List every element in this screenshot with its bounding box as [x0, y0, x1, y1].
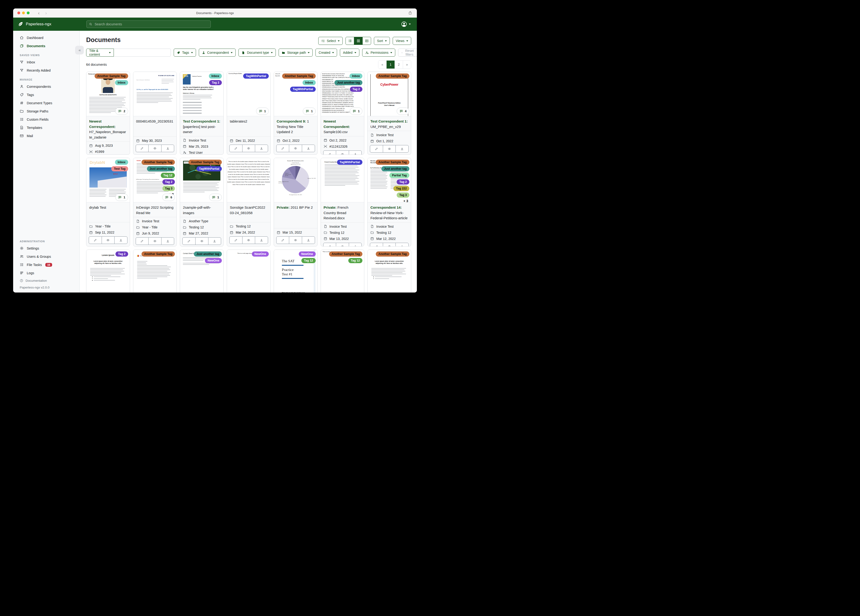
notes-badge[interactable]: 1 — [303, 107, 315, 115]
document-title[interactable]: Test Correspondent 1: UM_PPBE_en_v29 — [367, 116, 411, 131]
tag-pill[interactable]: Another Sample Tag — [141, 160, 175, 165]
document-card[interactable]: Test Name Another Sample Tag — [133, 250, 177, 292]
search-input[interactable] — [94, 22, 208, 26]
document-card[interactable]: Lorem ipsum Lorem ipsum dolor sit amet, … — [367, 250, 411, 292]
download-button[interactable] — [161, 145, 174, 152]
edit-button[interactable] — [323, 243, 336, 247]
title-content-input[interactable] — [114, 49, 171, 57]
document-title[interactable]: Correspondent 14: Review-of-New-York-Fed… — [367, 202, 411, 222]
pagination-page-2[interactable]: 2 — [395, 61, 403, 69]
tag-pill[interactable]: Tag 3 — [162, 186, 175, 191]
document-title[interactable]: drylab Test — [86, 202, 130, 222]
preview-button[interactable] — [148, 237, 162, 245]
tag-pill[interactable]: Inbox — [350, 74, 363, 79]
share-icon[interactable] — [408, 11, 412, 15]
tag-pill[interactable]: Test Tag — [111, 166, 128, 171]
document-card[interactable]: Francja pod rz NAPOLEON BONAPARTE Anothe… — [86, 72, 130, 155]
tag-pill[interactable]: Tag 222 — [393, 186, 410, 191]
sidebar-item-settings[interactable]: Settings — [13, 244, 79, 252]
tag-pill[interactable]: TagWithPartial — [337, 160, 363, 165]
edit-button[interactable] — [136, 237, 149, 245]
document-title[interactable]: Newest Correspondent: H7_Napoleon_Bonapa… — [86, 116, 130, 141]
preview-button[interactable] — [336, 151, 349, 155]
preview-button[interactable] — [336, 243, 349, 247]
sidebar-item-documents[interactable]: Documents — [13, 42, 79, 50]
document-card[interactable]: CyberPower PowerPanel® Business EditionU… — [367, 72, 411, 155]
document-card[interactable]: This is a test for the double space char… — [227, 158, 271, 247]
tag-pill[interactable]: Just another tag — [194, 251, 222, 256]
pagination-prev[interactable]: « — [378, 61, 386, 69]
sidebar-item-custom-fields[interactable]: Custom Fields — [13, 115, 79, 124]
sidebar-item-inbox[interactable]: Inbox — [13, 58, 79, 66]
sidebar-collapse-button[interactable]: « — [75, 46, 84, 55]
tag-pill[interactable]: Tag 12 — [348, 258, 363, 263]
sidebar-item-tags[interactable]: Tags — [13, 91, 79, 99]
document-card[interactable]: Review of Arbitral Awards Shows Swift Re… — [367, 158, 411, 247]
sidebar-item-logs[interactable]: Logs — [13, 269, 79, 277]
document-card[interactable]: one,1.0 five,5.0 Another Sample TagInbox… — [274, 72, 318, 155]
tag-pill[interactable]: Tag 2 — [209, 80, 222, 85]
document-card[interactable]: Boundary Waters Trip Another Sample TagT… — [180, 158, 224, 247]
document-card[interactable]: This is a multi page document. Page 1. N… — [227, 250, 271, 292]
document-card[interactable]: Contact Sheet Demo Just another tagNewOn… — [180, 250, 224, 292]
edit-button[interactable] — [182, 237, 196, 245]
edit-button[interactable] — [323, 151, 336, 155]
views-dropdown-button[interactable]: Views — [393, 37, 411, 45]
download-button[interactable] — [302, 236, 315, 244]
preview-button[interactable] — [102, 236, 115, 244]
document-title[interactable]: 0004814539_20230531 — [133, 116, 177, 137]
sidebar-item-mail[interactable]: Mail — [13, 132, 79, 140]
tag-pill[interactable]: Tag 3 — [397, 193, 410, 198]
download-button[interactable] — [395, 243, 409, 247]
preview-button[interactable] — [195, 237, 209, 245]
edit-button[interactable] — [276, 145, 289, 152]
sidebar-item-dashboard[interactable]: Dashboard — [13, 34, 79, 42]
document-title[interactable]: Private: French Country Bread Revised.do… — [321, 202, 364, 222]
tag-pill[interactable]: NewOne — [205, 258, 222, 263]
select-dropdown-button[interactable]: Select — [318, 37, 343, 45]
tag-pill[interactable]: NewOne — [252, 251, 269, 256]
zoom-window-button[interactable] — [27, 11, 30, 14]
edit-button[interactable] — [136, 145, 149, 152]
tag-pill[interactable]: Tag 12 — [301, 258, 316, 263]
document-title[interactable]: Private: 2011 BP Pie 2 — [274, 202, 317, 228]
tag-pill[interactable]: Another Sample Tag — [376, 251, 410, 256]
preview-button[interactable] — [383, 145, 396, 152]
filter-correspondent-button[interactable]: Correspondent — [199, 49, 236, 57]
notes-badge[interactable]: 2 — [115, 107, 128, 115]
minimize-window-button[interactable] — [22, 11, 25, 14]
edit-button[interactable] — [370, 243, 383, 247]
pagination-next[interactable]: » — [403, 61, 411, 69]
download-button[interactable] — [208, 237, 221, 245]
tag-pill[interactable]: Another Sample Tag — [376, 74, 410, 79]
forward-icon[interactable]: › — [45, 11, 47, 15]
tag-pill[interactable]: Another Sample Tag — [282, 74, 316, 79]
search-field-dropdown[interactable]: Title & content — [86, 49, 114, 57]
document-card[interactable]: The SAT PracticeTest #1 Make time to tak… — [274, 250, 318, 292]
notes-badge[interactable]: 1 — [350, 107, 363, 115]
document-title[interactable]: Test Correspondent 1: [paperless] test p… — [180, 116, 223, 136]
tag-pill[interactable]: Just another tag — [381, 166, 410, 171]
tag-pill[interactable]: Inbox — [115, 80, 128, 85]
tag-pill[interactable]: Another Sample Tag — [188, 160, 222, 165]
document-card[interactable]: This is a test Another Sample TagTag 12 — [321, 250, 364, 292]
preview-button[interactable] — [383, 243, 396, 247]
document-title[interactable]: tablerates2 — [227, 116, 270, 137]
preview-button[interactable] — [289, 236, 302, 244]
tag-pill[interactable]: NewOne — [299, 251, 316, 256]
tag-pill[interactable]: Just another tag — [334, 80, 363, 85]
pagination-page-1[interactable]: 1 — [386, 61, 395, 69]
sidebar-item-correspondents[interactable]: Correspondents — [13, 82, 79, 91]
sidebar-item-users-groups[interactable]: Users & Groups — [13, 252, 79, 261]
edit-button[interactable] — [276, 236, 289, 244]
user-menu[interactable] — [401, 21, 411, 27]
preview-button[interactable] — [242, 236, 255, 244]
filter-storage-path-button[interactable]: Storage path — [279, 49, 313, 57]
download-button[interactable] — [349, 243, 362, 247]
document-card[interactable]: French Country Bread TagWithPartial Priv… — [321, 158, 364, 247]
tag-pill[interactable]: TagWithPartial — [290, 86, 315, 92]
document-card[interactable]: Serial Number,Company Name,Employe 97881… — [321, 72, 364, 155]
edit-button[interactable] — [229, 236, 242, 244]
sidebar-item-recently-added[interactable]: Recently Added — [13, 66, 79, 74]
document-card[interactable]: MEDICAL TEACHER Medical Teacher Has the … — [180, 72, 224, 155]
